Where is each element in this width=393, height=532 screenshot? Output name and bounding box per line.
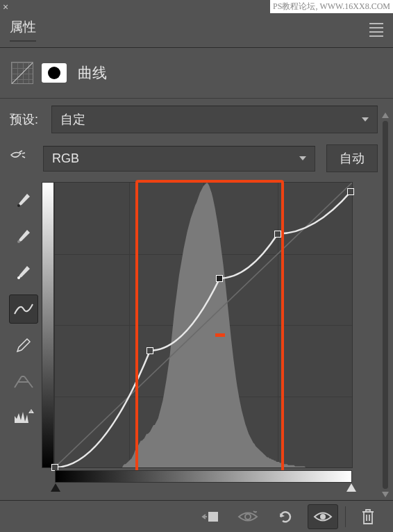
output-gradient (42, 182, 54, 468)
white-slider[interactable] (346, 483, 356, 492)
input-gradient (55, 470, 352, 483)
white-eyedropper-icon[interactable] (9, 258, 38, 288)
trash-icon[interactable] (353, 504, 383, 529)
panel-scrollbar[interactable] (381, 113, 390, 497)
curves-adjustment-icon (10, 60, 35, 85)
curve-control-point[interactable] (274, 231, 281, 238)
scroll-down-icon[interactable] (382, 492, 389, 497)
channel-dropdown[interactable]: RGB (43, 146, 315, 172)
gray-eyedropper-icon[interactable] (9, 222, 38, 251)
close-icon[interactable]: × (3, 1, 8, 13)
clip-to-layer-icon[interactable] (195, 504, 226, 529)
preset-label: 预设: (10, 111, 44, 128)
black-slider[interactable] (51, 483, 60, 492)
clip-warning-icon[interactable]: ! (9, 403, 38, 432)
chevron-down-icon (299, 156, 306, 160)
channel-value: RGB (52, 151, 79, 166)
chevron-down-icon (362, 117, 369, 122)
curve-control-point[interactable] (216, 275, 223, 282)
view-previous-icon[interactable] (233, 504, 263, 529)
targeted-adjustment-icon[interactable] (10, 150, 32, 167)
black-eyedropper-icon[interactable] (9, 186, 38, 215)
layer-mask-icon[interactable] (42, 60, 67, 85)
svg-point-2 (17, 276, 20, 279)
preset-value: 自定 (60, 111, 85, 128)
curve-control-point[interactable] (147, 347, 153, 354)
curve-point-tool-icon[interactable] (9, 294, 38, 324)
panel-menu-icon[interactable] (369, 23, 383, 37)
preset-dropdown[interactable]: 自定 (51, 106, 378, 133)
pencil-tool-icon[interactable] (9, 331, 38, 360)
reset-icon[interactable] (270, 504, 301, 529)
auto-button[interactable]: 自动 (326, 144, 378, 172)
smooth-tool-icon[interactable] (9, 367, 38, 396)
svg-point-7 (320, 514, 326, 519)
scroll-up-icon[interactable] (382, 113, 389, 118)
watermark-text: PS教程论坛, WWW.16XX8.COM (270, 0, 393, 13)
svg-point-6 (245, 514, 251, 519)
svg-rect-5 (208, 512, 218, 522)
curve-line[interactable] (55, 183, 352, 467)
curves-graph[interactable] (54, 182, 353, 468)
panel-title: 属性 (10, 18, 36, 42)
adjustment-name: 曲线 (78, 63, 107, 83)
visibility-icon[interactable] (308, 504, 338, 529)
svg-point-0 (17, 204, 20, 207)
curve-control-point[interactable] (347, 188, 354, 195)
annotation-marker (215, 333, 225, 337)
svg-point-1 (17, 240, 20, 243)
